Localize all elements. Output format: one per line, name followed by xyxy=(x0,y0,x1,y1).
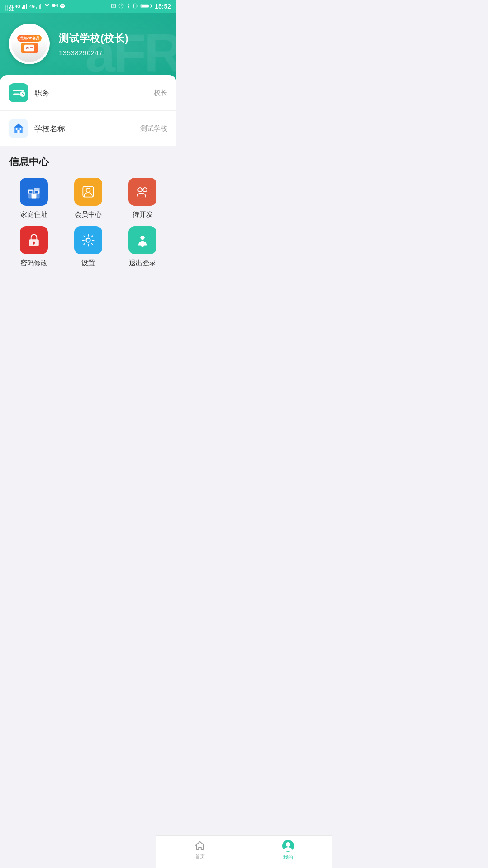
settings-label: 设置 xyxy=(81,259,95,267)
svg-marker-30 xyxy=(14,124,24,128)
status-signal2 xyxy=(36,3,43,9)
clock-icon xyxy=(118,3,124,9)
status-4g2: 4G xyxy=(29,4,35,9)
svg-text:VIP: VIP xyxy=(26,46,31,49)
svg-point-50 xyxy=(86,238,90,242)
svg-rect-37 xyxy=(32,194,37,198)
info-grid: 家庭住址 会员中心 xyxy=(9,178,167,267)
settings-icon-wrap xyxy=(74,226,102,254)
svg-text:N: N xyxy=(113,5,114,8)
svg-point-11 xyxy=(63,5,64,6)
status-wechat xyxy=(52,3,58,9)
svg-rect-6 xyxy=(39,5,40,9)
position-value: 校长 xyxy=(154,89,167,97)
info-center-section: 信息中心 家庭住址 xyxy=(0,146,176,275)
svg-rect-31 xyxy=(17,130,19,133)
svg-rect-40 xyxy=(29,191,32,193)
address-label: 家庭住址 xyxy=(20,210,47,219)
bluetooth-icon xyxy=(126,3,130,10)
svg-point-46 xyxy=(141,189,143,191)
school-value: 测试学校 xyxy=(140,124,167,133)
profile-section: 成为VIP会员 VIP xyxy=(9,24,167,64)
svg-point-43 xyxy=(86,188,90,192)
school-row[interactable]: 学校名称 测试学校 xyxy=(0,111,176,146)
svg-rect-7 xyxy=(40,4,41,9)
svg-rect-16 xyxy=(133,5,133,7)
member-icon-wrap xyxy=(74,178,102,206)
grid-item-logout[interactable]: 退出登录 xyxy=(118,226,167,267)
grid-item-settings[interactable]: 设置 xyxy=(63,226,113,267)
svg-rect-0 xyxy=(22,7,23,9)
time-display: 15:52 xyxy=(155,3,171,10)
bottom-nav: 首页 我的 xyxy=(156,835,177,868)
svg-rect-15 xyxy=(134,4,137,8)
svg-rect-41 xyxy=(35,191,38,193)
pending-icon-wrap xyxy=(128,178,156,206)
profile-info: 测试学校(校长) 13538290247 xyxy=(59,32,129,57)
vibrate-icon xyxy=(132,3,138,9)
svg-rect-4 xyxy=(36,7,37,9)
content-card: 职务 校长 学校名称 测试学校 xyxy=(0,75,176,146)
svg-rect-24 xyxy=(13,90,24,91)
vip-card-image: VIP xyxy=(21,43,38,53)
grid-item-password[interactable]: 密码修改 xyxy=(9,226,59,267)
svg-rect-17 xyxy=(137,5,138,7)
logout-label: 退出登录 xyxy=(129,259,156,267)
svg-rect-19 xyxy=(151,5,152,7)
svg-rect-33 xyxy=(20,128,22,130)
svg-rect-32 xyxy=(16,128,18,130)
logout-icon-wrap xyxy=(128,226,156,254)
password-label: 密码修改 xyxy=(20,259,47,267)
avatar[interactable]: 成为VIP会员 VIP xyxy=(9,24,50,64)
nfc-icon: N xyxy=(110,3,117,9)
grid-item-pending[interactable]: 待开发 xyxy=(118,178,167,219)
password-icon-wrap xyxy=(20,226,48,254)
svg-rect-20 xyxy=(142,5,149,8)
svg-rect-3 xyxy=(26,4,27,9)
svg-point-9 xyxy=(61,5,62,6)
vip-badge: 成为VIP会员 xyxy=(17,35,42,42)
status-left: HD1 4G 4G xyxy=(5,3,66,9)
svg-rect-1 xyxy=(23,5,24,9)
pending-label: 待开发 xyxy=(133,210,153,219)
nav-home[interactable]: 首页 xyxy=(156,840,177,861)
status-hd2: HD2 xyxy=(5,7,14,12)
profile-name: 测试学校(校长) xyxy=(59,32,129,45)
status-msg xyxy=(59,3,66,9)
status-wifi xyxy=(44,3,50,9)
position-row[interactable]: 职务 校长 xyxy=(0,75,176,111)
grid-item-address[interactable]: 家庭住址 xyxy=(9,178,59,219)
section-title: 信息中心 xyxy=(9,155,167,169)
member-label: 会员中心 xyxy=(75,210,102,219)
svg-rect-5 xyxy=(38,5,38,9)
svg-point-52 xyxy=(141,236,145,240)
address-icon-wrap xyxy=(20,178,48,206)
svg-rect-25 xyxy=(13,94,20,95)
status-bar: HD1 4G 4G xyxy=(0,0,176,13)
profile-phone: 13538290247 xyxy=(59,49,129,57)
position-label: 职务 xyxy=(34,88,154,98)
svg-rect-23 xyxy=(30,47,33,48)
status-4g1: 4G xyxy=(15,4,20,9)
svg-point-10 xyxy=(62,5,63,6)
battery-icon xyxy=(140,3,153,9)
svg-rect-49 xyxy=(33,242,34,245)
school-label: 学校名称 xyxy=(34,123,140,134)
position-icon-wrap xyxy=(9,83,28,102)
school-icon-wrap xyxy=(9,119,28,138)
svg-rect-2 xyxy=(24,5,25,9)
status-signal xyxy=(22,3,28,9)
status-right: N 15:52 xyxy=(110,3,171,10)
header-banner: aFR 成为VIP会员 VIP xyxy=(0,13,176,81)
grid-item-member[interactable]: 会员中心 xyxy=(63,178,113,219)
